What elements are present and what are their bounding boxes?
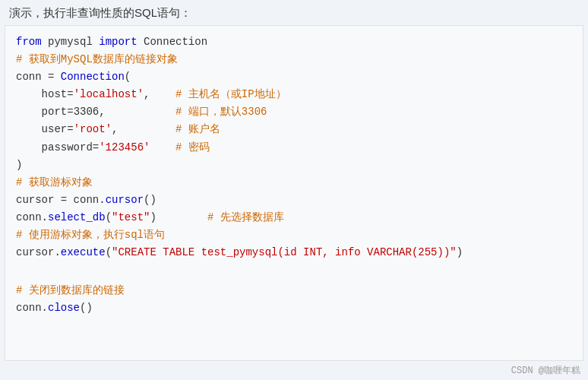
code-line: cursor = conn.cursor() — [16, 192, 572, 209]
page-wrapper: 演示，执行非查询性质的SQL语句： from pymysql import Co… — [0, 0, 588, 380]
code-line: host='localhost', # 主机名（或IP地址） — [16, 86, 572, 103]
code-line: # 使用游标对象，执行sql语句 — [16, 226, 572, 244]
comment: # 使用游标对象，执行sql语句 — [16, 226, 165, 244]
keyword: from — [16, 33, 42, 51]
footer-text: CSDN @咖喱年糕 — [511, 364, 580, 377]
comment: # 获取到MySQL数据库的链接对象 — [16, 51, 178, 68]
code-line: conn.select_db("test") # 先选择数据库 — [16, 209, 572, 226]
code-line: from pymysql import Connection — [16, 33, 572, 51]
comment: # 关闭到数据库的链接 — [16, 282, 125, 299]
code-line: conn.close() — [16, 299, 572, 317]
code-line: # 获取游标对象 — [16, 174, 572, 192]
code-line: ) — [16, 157, 572, 174]
code-block: from pymysql import Connection # 获取到MySQ… — [5, 25, 583, 361]
code-line: # 获取到MySQL数据库的链接对象 — [16, 51, 572, 68]
code-line: cursor.execute("CREATE TABLE test_pymysq… — [16, 244, 572, 261]
footer: CSDN @咖喱年糕 — [0, 361, 588, 380]
code-line: # 关闭到数据库的链接 — [16, 282, 572, 299]
intro-text: 演示，执行非查询性质的SQL语句： — [0, 0, 588, 25]
code-line: port=3306, # 端口，默认3306 — [16, 103, 572, 121]
code-line: password='123456' # 密码 — [16, 139, 572, 157]
code-line: conn = Connection( — [16, 68, 572, 86]
comment: # 获取游标对象 — [16, 174, 93, 192]
empty-line — [16, 261, 572, 281]
code-line: user='root', # 账户名 — [16, 121, 572, 138]
